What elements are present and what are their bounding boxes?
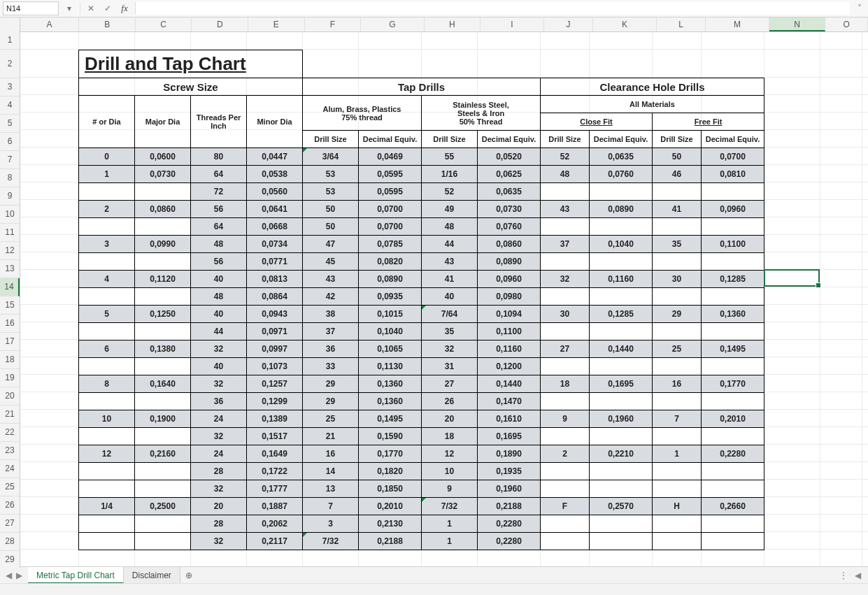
cell-close-fit-dec[interactable]: 0,2570: [590, 498, 653, 515]
cell-major-dia[interactable]: [135, 253, 191, 271]
column-header-L[interactable]: L: [657, 17, 706, 31]
column-header-O[interactable]: O: [825, 17, 868, 31]
cell-dec-equiv-75[interactable]: 0,0469: [359, 148, 422, 166]
cell-major-dia[interactable]: [135, 393, 191, 410]
cell-major-dia[interactable]: 0,1120: [135, 271, 191, 288]
cell-tpi[interactable]: 48: [191, 236, 247, 253]
cell-dec-equiv-50[interactable]: 0,1610: [478, 410, 541, 428]
cell-minor-dia[interactable]: 0,0668: [247, 218, 303, 236]
cell[interactable]: [359, 50, 422, 78]
cell-close-fit-size[interactable]: 9: [541, 410, 590, 428]
cell-dec-equiv-75[interactable]: 0,0595: [359, 166, 422, 183]
tab-split-icon[interactable]: ⋮: [839, 571, 848, 580]
nav-next-icon[interactable]: ▶: [16, 571, 22, 580]
cell-num[interactable]: [79, 218, 135, 236]
cell-minor-dia[interactable]: 0,0734: [247, 236, 303, 253]
cell-free-fit-dec[interactable]: [702, 428, 764, 445]
column-header-J[interactable]: J: [544, 17, 594, 31]
header-drill-size-4[interactable]: Drill Size: [653, 131, 702, 148]
cell-close-fit-dec[interactable]: 0,1960: [590, 410, 653, 428]
cell-drill-size-50[interactable]: 31: [422, 358, 478, 375]
cell-dec-equiv-50[interactable]: 0,1440: [478, 375, 541, 393]
cell-free-fit-size[interactable]: [653, 288, 702, 306]
cell-num[interactable]: [79, 463, 135, 480]
cell-dec-equiv-50[interactable]: 0,1890: [478, 445, 541, 463]
cell-free-fit-size[interactable]: 7: [653, 410, 702, 428]
cell-free-fit-dec[interactable]: [702, 183, 764, 201]
column-header-H[interactable]: H: [425, 17, 481, 31]
cell-free-fit-size[interactable]: H: [653, 498, 702, 515]
confirm-icon[interactable]: ✓: [101, 2, 114, 15]
cell-tpi[interactable]: 56: [191, 253, 247, 271]
cell-minor-dia[interactable]: 0,2117: [247, 533, 303, 550]
cell-drill-size-75[interactable]: 29: [303, 375, 359, 393]
row-header-1[interactable]: 1: [0, 31, 20, 50]
cell-free-fit-dec[interactable]: [702, 323, 764, 340]
cell-close-fit-size[interactable]: [541, 533, 590, 550]
cell-free-fit-size[interactable]: [653, 358, 702, 375]
cell-dec-equiv-75[interactable]: 0,1770: [359, 445, 422, 463]
row-header-2[interactable]: 2: [0, 50, 20, 78]
cell-minor-dia[interactable]: 0,0538: [247, 166, 303, 183]
cell-close-fit-size[interactable]: 52: [541, 148, 590, 166]
cell-drill-size-50[interactable]: 1/16: [422, 166, 478, 183]
cell-minor-dia[interactable]: 0,1517: [247, 428, 303, 445]
header-num-or-dia[interactable]: # or Dia: [79, 96, 135, 148]
cell-close-fit-dec[interactable]: [590, 428, 653, 445]
cell-free-fit-size[interactable]: 25: [653, 340, 702, 358]
cell-num[interactable]: [79, 533, 135, 550]
column-header-E[interactable]: E: [248, 17, 305, 31]
cell-dec-equiv-75[interactable]: 0,2188: [359, 533, 422, 550]
row-header-22[interactable]: 22: [0, 424, 20, 442]
cell-num[interactable]: 5: [79, 306, 135, 323]
cell-minor-dia[interactable]: 0,1649: [247, 445, 303, 463]
cell-free-fit-size[interactable]: [653, 463, 702, 480]
cell-drill-size-75[interactable]: 25: [303, 410, 359, 428]
cell-free-fit-size[interactable]: [653, 515, 702, 533]
cell-minor-dia[interactable]: 0,1777: [247, 480, 303, 498]
cell[interactable]: [702, 50, 764, 78]
cell-minor-dia[interactable]: 0,1887: [247, 498, 303, 515]
cell-close-fit-size[interactable]: 27: [541, 340, 590, 358]
cell-close-fit-dec[interactable]: [590, 393, 653, 410]
row-header-21[interactable]: 21: [0, 406, 20, 424]
cell-dec-equiv-75[interactable]: 0,1495: [359, 410, 422, 428]
cell-free-fit-dec[interactable]: 0,1100: [702, 236, 764, 253]
cell-drill-size-50[interactable]: 1: [422, 533, 478, 550]
cell-drill-size-50[interactable]: 27: [422, 375, 478, 393]
cell-drill-size-75[interactable]: 50: [303, 201, 359, 218]
cell-minor-dia[interactable]: 0,0813: [247, 271, 303, 288]
column-header-K[interactable]: K: [593, 17, 656, 31]
cell[interactable]: [541, 50, 590, 78]
cell-drill-size-75[interactable]: 36: [303, 340, 359, 358]
cell-major-dia[interactable]: 0,2160: [135, 445, 191, 463]
row-header-4[interactable]: 4: [0, 96, 20, 115]
cell-tpi[interactable]: 32: [191, 375, 247, 393]
cell-major-dia[interactable]: [135, 480, 191, 498]
cell-num[interactable]: 0: [79, 148, 135, 166]
row-header-20[interactable]: 20: [0, 387, 20, 406]
cell-major-dia[interactable]: 0,0860: [135, 201, 191, 218]
cell-major-dia[interactable]: 0,0730: [135, 166, 191, 183]
cell-dec-equiv-75[interactable]: 0,1360: [359, 393, 422, 410]
cell-close-fit-dec[interactable]: 0,0760: [590, 166, 653, 183]
cell-drill-size-75[interactable]: 16: [303, 445, 359, 463]
cell-minor-dia[interactable]: 0,0641: [247, 201, 303, 218]
cell-dec-equiv-75[interactable]: 0,1590: [359, 428, 422, 445]
row-header-14[interactable]: 14: [0, 278, 20, 296]
header-dec-equiv-4[interactable]: Decimal Equiv.: [702, 131, 764, 148]
insert-function-icon[interactable]: fx: [118, 2, 131, 15]
cell-free-fit-dec[interactable]: 0,1770: [702, 375, 764, 393]
cell-free-fit-size[interactable]: [653, 218, 702, 236]
cell-minor-dia[interactable]: 0,0997: [247, 340, 303, 358]
row-header-8[interactable]: 8: [0, 169, 20, 187]
cell-close-fit-size[interactable]: [541, 393, 590, 410]
cell-tpi[interactable]: 28: [191, 515, 247, 533]
cell-close-fit-size[interactable]: [541, 515, 590, 533]
cell-close-fit-dec[interactable]: [590, 515, 653, 533]
row-header-9[interactable]: 9: [0, 187, 20, 206]
cell-tpi[interactable]: 44: [191, 323, 247, 340]
cell-major-dia[interactable]: 0,1380: [135, 340, 191, 358]
cell-free-fit-dec[interactable]: 0,2660: [702, 498, 764, 515]
cell-free-fit-size[interactable]: 46: [653, 166, 702, 183]
